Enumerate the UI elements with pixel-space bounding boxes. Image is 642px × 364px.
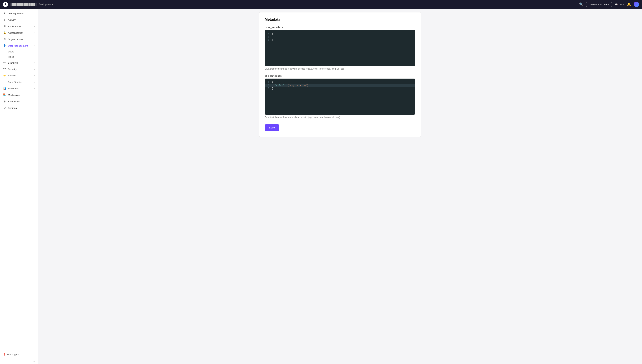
code-line-highlighted: 2 "roles": ["engineering"] (265, 84, 415, 87)
top-navigation: ██████████████ Development ▾ 🔍 Discuss y… (0, 0, 642, 9)
sidebar-label-organizations: Organizations (8, 38, 23, 41)
sidebar: ★ Getting Started ◈ Activity ⊞ Applicati… (0, 9, 38, 364)
sidebar-label-auth-pipeline: Auth Pipeline (8, 81, 22, 84)
sidebar-label-getting-started: Getting Started (8, 12, 24, 15)
sidebar-label-user-management: User Management (8, 44, 28, 47)
layout: ★ Getting Started ◈ Activity ⊞ Applicati… (0, 9, 642, 364)
chevron-right-icon: › (34, 81, 35, 83)
sidebar-label-marketplace: Marketplace (8, 94, 21, 96)
sidebar-item-authentication[interactable]: 🔒 Authentication › (0, 30, 38, 36)
user-metadata-hint: Data that the user has read/write access… (265, 68, 415, 70)
sidebar-item-settings[interactable]: ⚙ Settings (0, 105, 38, 111)
monitoring-icon: 📊 (3, 87, 6, 90)
discuss-needs-button[interactable]: Discuss your needs (586, 2, 612, 7)
sidebar-label-security: Security (8, 68, 17, 70)
user-management-icon: 👤 (3, 44, 6, 48)
app-metadata-hint: Data that the user has read-only access … (265, 116, 415, 118)
collapse-icon: « (33, 360, 35, 362)
sidebar-sublabel-roles: Roles (8, 56, 14, 58)
settings-icon: ⚙ (3, 106, 6, 110)
get-support-link[interactable]: ❓ Get support (0, 351, 38, 358)
support-icon: ❓ (3, 353, 6, 356)
sidebar-item-branding[interactable]: ✏ Branding › (0, 60, 38, 66)
chevron-right-icon: › (34, 68, 35, 70)
metadata-panel: Metadata user_metadata 1 { 2 3 } (259, 12, 421, 137)
main-content: Metadata user_metadata 1 { 2 3 } (38, 9, 642, 364)
user-metadata-editor[interactable]: 1 { 2 3 } (265, 30, 415, 66)
app-metadata-code: 1 { 2 "roles": ["engineering"] 3 } (265, 78, 415, 114)
sidebar-label-extensions: Extensions (8, 100, 20, 103)
code-line: 1 { (265, 32, 415, 35)
sidebar-item-actions[interactable]: ⚡ Actions › (0, 72, 38, 79)
app-metadata-editor[interactable]: 1 { 2 "roles": ["engineering"] 3 } (265, 78, 415, 114)
sidebar-sub-item-roles[interactable]: Roles (0, 54, 38, 60)
sidebar-label-applications: Applications (8, 25, 21, 28)
sidebar-item-getting-started[interactable]: ★ Getting Started (0, 10, 38, 16)
logo (3, 2, 8, 7)
code-line: 3 } (265, 87, 415, 90)
sidebar-item-auth-pipeline[interactable]: ⊸ Auth Pipeline › (0, 79, 38, 85)
authentication-icon: 🔒 (3, 31, 6, 34)
chevron-right-icon: › (34, 32, 35, 34)
sidebar-item-marketplace[interactable]: 🏪 Marketplace (0, 92, 38, 98)
sidebar-label-monitoring: Monitoring (8, 87, 19, 90)
applications-icon: ⊞ (3, 25, 6, 28)
docs-book-icon: 📖 (615, 3, 618, 6)
notifications-bell-icon[interactable]: 🔔 (627, 2, 631, 6)
sidebar-collapse-button[interactable]: « (0, 358, 38, 364)
code-line: 3 } (265, 38, 415, 42)
sidebar-sublabel-users: Users (8, 50, 14, 53)
sidebar-item-monitoring[interactable]: 📊 Monitoring › (0, 85, 38, 92)
save-button[interactable]: Save (265, 124, 279, 131)
marketplace-icon: 🏪 (3, 93, 6, 96)
tenant-selector[interactable]: ██████████████ Development ▾ (10, 3, 577, 6)
user-metadata-label: user_metadata (265, 26, 415, 29)
sidebar-sub-item-users[interactable]: Users (0, 49, 38, 54)
security-icon: 🛡 (3, 68, 6, 71)
code-line: 2 (265, 35, 415, 38)
page-title: Metadata (265, 18, 415, 22)
star-icon: ★ (3, 12, 6, 15)
sidebar-item-extensions[interactable]: ⊕ Extensions (0, 98, 38, 105)
topnav-actions: 🔍 Discuss your needs 📖 Docs 🔔 U (579, 2, 639, 7)
sidebar-item-applications[interactable]: ⊞ Applications › (0, 23, 38, 30)
code-line: 1 { (265, 81, 415, 84)
chevron-right-icon: › (34, 62, 35, 64)
actions-icon: ⚡ (3, 74, 6, 77)
app-metadata-label: app_metadata (265, 74, 415, 77)
activity-icon: ◈ (3, 18, 6, 22)
sidebar-label-activity: Activity (8, 18, 16, 21)
sidebar-item-activity[interactable]: ◈ Activity (0, 16, 38, 23)
branding-icon: ✏ (3, 61, 6, 64)
tenant-chevron-icon: ▾ (52, 3, 53, 6)
chevron-right-icon: › (34, 74, 35, 76)
auth-pipeline-icon: ⊸ (3, 80, 6, 84)
environment-label: Development (39, 3, 51, 6)
sidebar-label-settings: Settings (8, 107, 17, 110)
search-icon[interactable]: 🔍 (579, 2, 583, 6)
chevron-right-icon: › (34, 88, 35, 90)
sidebar-label-branding: Branding (8, 62, 18, 64)
organizations-icon: ⊟ (3, 38, 6, 41)
sidebar-item-security[interactable]: 🛡 Security › (0, 66, 38, 72)
chevron-down-icon: ‹ (34, 45, 35, 47)
avatar[interactable]: U (634, 2, 639, 7)
sidebar-item-user-management[interactable]: 👤 User Management ‹ (0, 42, 38, 49)
get-support-label: Get support (7, 353, 20, 356)
tenant-name: ██████████████ (10, 3, 37, 6)
docs-link[interactable]: 📖 Docs (615, 3, 624, 6)
chevron-right-icon: › (34, 25, 35, 28)
svg-marker-0 (4, 3, 7, 6)
sidebar-navigation: ★ Getting Started ◈ Activity ⊞ Applicati… (0, 9, 38, 351)
extensions-icon: ⊕ (3, 100, 6, 103)
user-metadata-code: 1 { 2 3 } (265, 30, 415, 66)
sidebar-item-organizations[interactable]: ⊟ Organizations (0, 36, 38, 42)
sidebar-label-actions: Actions (8, 74, 16, 77)
sidebar-label-authentication: Authentication (8, 32, 24, 34)
